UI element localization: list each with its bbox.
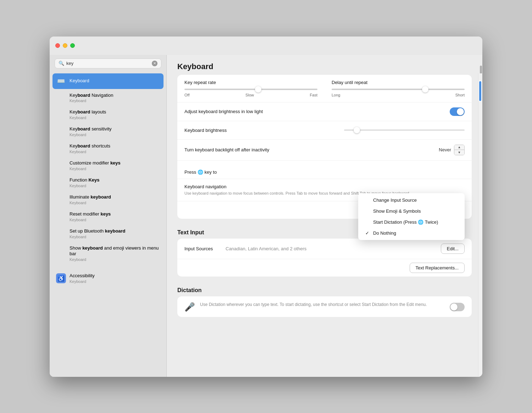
backlight-stepper[interactable]: ▲ ▼ xyxy=(454,145,465,155)
microphone-icon: 🎤 xyxy=(184,302,195,312)
label-fast: Fast xyxy=(310,93,317,97)
turn-backlight-off-label: Turn keyboard backlight off after inacti… xyxy=(184,147,439,152)
sidebar-item-reset-modifier[interactable]: Reset modifier keys Keyboard xyxy=(52,208,164,225)
dictation-row: 🎤 Use Dictation wherever you can type te… xyxy=(177,296,472,317)
search-bar: 🔍 ✕ xyxy=(50,55,166,72)
key-repeat-rate-track[interactable] xyxy=(184,89,317,90)
dictation-section-header: Dictation xyxy=(177,284,472,296)
keyboard-brightness-slider[interactable] xyxy=(344,129,465,131)
sidebar-customize-modifier-text: Customize modifier keys Keyboard xyxy=(70,160,121,171)
label-slow: Slow xyxy=(245,93,254,97)
keyboard-navigation-label: Keyboard navigation xyxy=(184,184,227,189)
text-replacements-button[interactable]: Text Replacements... xyxy=(410,263,465,273)
dropdown-item-change-input[interactable]: Change Input Source xyxy=(358,195,465,206)
sidebar-item-keyboard-sensitivity[interactable]: Keyboard sensitivity Keyboard xyxy=(52,123,164,140)
sidebar-item-illuminate-keyboard[interactable]: Illuminate keyboard Keyboard xyxy=(52,191,164,208)
delay-until-repeat-track[interactable] xyxy=(332,89,465,90)
delay-until-repeat-thumb[interactable] xyxy=(422,86,428,93)
sidebar-show-keyboard-emoji-subtitle: Keyboard xyxy=(70,257,160,262)
close-button[interactable] xyxy=(55,43,60,48)
press-key-label: Press 🌐 key to xyxy=(184,169,465,175)
key-repeat-rate-labels: Off Slow Fast xyxy=(184,93,317,97)
minimize-button[interactable] xyxy=(63,43,67,48)
dropdown-label-start-dictation: Start Dictation (Press 🌐 Twice) xyxy=(373,219,438,225)
sidebar-function-keys-text: Function Keys Keyboard xyxy=(70,177,100,188)
dropdown-item-start-dictation[interactable]: Start Dictation (Press 🌐 Twice) xyxy=(358,217,465,228)
keyboard-layouts-icon xyxy=(56,110,66,119)
check-mark-start-dictation xyxy=(365,219,370,225)
sidebar-customize-modifier-title: Customize modifier keys xyxy=(70,160,121,166)
accessibility-icon: ♿ xyxy=(56,273,66,283)
sidebar-keyboard-shortcuts-title: Keyboard shortcuts xyxy=(70,143,110,149)
sidebar-item-keyboard-layouts[interactable]: Keyboard layouts Keyboard xyxy=(52,106,164,123)
sidebar-function-keys-subtitle: Keyboard xyxy=(70,184,100,188)
stepper-down[interactable]: ▼ xyxy=(454,150,464,155)
press-key-row: Press 🌐 key to xyxy=(177,161,472,179)
check-mark-do-nothing: ✓ xyxy=(365,230,370,236)
key-repeat-rate-label: Key repeat rate xyxy=(184,80,317,85)
dropdown-item-do-nothing[interactable]: ✓ Do Nothing xyxy=(358,228,465,239)
dropdown-item-show-emoji[interactable]: Show Emoji & Symbols xyxy=(358,206,465,217)
keyboard-shortcuts-icon xyxy=(56,144,66,154)
search-icon: 🔍 xyxy=(59,61,64,66)
maximize-button[interactable] xyxy=(70,43,75,48)
sidebar-keyboard-title: Keyboard xyxy=(70,78,89,84)
keyboard-brightness-thumb[interactable] xyxy=(354,127,360,133)
sidebar-keyboard-sensitivity-title: Keyboard sensitivity xyxy=(70,126,112,132)
sidebar-keyboard-sensitivity-subtitle: Keyboard xyxy=(70,133,112,137)
keyboard-navigation-icon xyxy=(56,93,66,102)
customize-modifier-icon xyxy=(56,161,66,171)
sidebar-show-keyboard-emoji-text: Show keyboard and emoji viewers in menu … xyxy=(70,245,160,262)
sidebar-item-accessibility[interactable]: ♿ Accessibility Keyboard xyxy=(52,270,164,286)
search-input[interactable] xyxy=(66,61,150,66)
sidebar-keyboard-shortcuts-text: Keyboard shortcuts Keyboard xyxy=(70,143,110,154)
adjust-brightness-toggle-thumb xyxy=(457,108,464,115)
sidebar-keyboard-text: Keyboard xyxy=(70,78,89,84)
press-key-dropdown: Change Input Source Show Emoji & Symbols… xyxy=(358,193,465,240)
delay-until-repeat-group: Delay until repeat Long Short xyxy=(332,80,465,97)
dropdown-label-show-emoji: Show Emoji & Symbols xyxy=(373,208,421,214)
sidebar-item-keyboard[interactable]: ⌨️ Keyboard xyxy=(52,73,164,89)
adjust-brightness-toggle[interactable] xyxy=(450,107,465,116)
main-area: 🔍 ✕ ⌨️ Keyboard xyxy=(50,55,482,377)
sidebar-item-customize-modifier[interactable]: Customize modifier keys Keyboard xyxy=(52,157,164,174)
keyboard-icon: ⌨️ xyxy=(56,76,66,86)
label-off: Off xyxy=(184,93,189,97)
dropdown-label-change-input: Change Input Source xyxy=(373,197,417,203)
blue-scrollbar[interactable] xyxy=(478,73,482,377)
sidebar: 🔍 ✕ ⌨️ Keyboard xyxy=(50,55,167,377)
edit-button[interactable]: Edit... xyxy=(441,244,465,254)
keyboard-brightness-label: Keyboard brightness xyxy=(184,128,337,133)
key-repeat-rate-thumb[interactable] xyxy=(255,86,261,93)
sidebar-keyboard-layouts-text: Keyboard layouts Keyboard xyxy=(70,109,106,120)
dictation-toggle[interactable] xyxy=(450,303,465,311)
content-area: Keyboard Key repeat rate xyxy=(167,55,482,377)
reset-modifier-icon xyxy=(56,212,66,222)
slider-row: Key repeat rate Off Slow Fast xyxy=(184,80,465,97)
search-clear-button[interactable]: ✕ xyxy=(152,61,157,66)
titlebar xyxy=(50,37,482,55)
sidebar-keyboard-navigation-subtitle: Keyboard xyxy=(70,99,113,103)
delay-until-repeat-labels: Long Short xyxy=(332,93,465,97)
input-sources-value: Canadian, Latin American, and 2 others xyxy=(226,246,435,251)
search-wrapper[interactable]: 🔍 ✕ xyxy=(55,58,161,68)
blue-scrollbar-thumb[interactable] xyxy=(478,80,482,102)
sidebar-accessibility-text: Accessibility Keyboard xyxy=(70,273,95,284)
sidebar-show-keyboard-emoji-title: Show keyboard and emoji viewers in menu … xyxy=(70,245,160,257)
show-keyboard-emoji-icon xyxy=(56,249,66,258)
stepper-up[interactable]: ▲ xyxy=(454,145,464,150)
function-keys-icon xyxy=(56,178,66,188)
sidebar-item-keyboard-navigation[interactable]: Keyboard Navigation Keyboard xyxy=(52,90,164,106)
dictation-card: 🎤 Use Dictation wherever you can type te… xyxy=(177,296,472,317)
sidebar-accessibility-title: Accessibility xyxy=(70,273,95,279)
sidebar-illuminate-keyboard-text: Illuminate keyboard Keyboard xyxy=(70,194,111,205)
sidebar-item-keyboard-shortcuts[interactable]: Keyboard shortcuts Keyboard xyxy=(52,140,164,157)
sidebar-item-function-keys[interactable]: Function Keys Keyboard xyxy=(52,174,164,191)
sidebar-item-setup-bluetooth[interactable]: Set up Bluetooth keyboard Keyboard xyxy=(52,225,164,242)
sidebar-illuminate-keyboard-title: Illuminate keyboard xyxy=(70,194,111,200)
text-input-card: Input Sources Canadian, Latin American, … xyxy=(177,239,472,277)
clear-icon: ✕ xyxy=(153,61,156,65)
key-repeat-rate-group: Key repeat rate Off Slow Fast xyxy=(184,80,317,97)
content-header: Keyboard xyxy=(167,55,482,75)
sidebar-item-show-keyboard-emoji[interactable]: Show keyboard and emoji viewers in menu … xyxy=(52,242,164,265)
